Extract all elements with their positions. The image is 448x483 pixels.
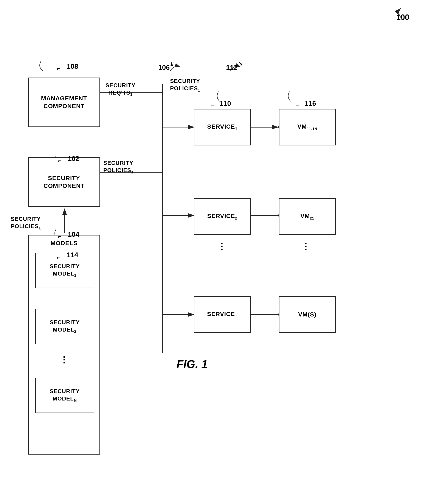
service-2-label: SERVICE2 [207,212,237,221]
service-t-label: SERVICET [207,310,238,319]
security-model-2-label: SECURITYMODEL2 [50,319,80,334]
ref-110: 110 [220,99,231,107]
service-1-label: SERVICE1 [207,123,237,131]
ref-104: 104 [68,230,79,238]
ref-112: 112 [226,64,238,72]
vm-11n-label: VM11-1N [297,123,317,131]
security-policies-mid-label: SECURITYPOLICIES1 [103,159,134,175]
security-model-n-box: SECURITYMODELN [35,378,94,413]
security-component-label: SECURITYCOMPONENT [43,174,85,190]
security-reqs-label: SECURITYREQ'TS1 [105,82,136,97]
figure-label: FIG. 1 [176,358,208,370]
service-1-box: SERVICE1 [194,109,251,145]
vm-s-label: VM(S) [298,311,316,319]
management-component-label: MANAGEMENTCOMPONENT [41,95,87,110]
vm-21-box: VM21 [279,198,336,235]
security-component-box: SECURITYCOMPONENT [28,157,100,207]
ref-102: 102 [68,155,79,163]
ref-114: 114 [67,251,78,259]
vm-21-label: VM21 [301,212,314,221]
security-model-2-box: SECURITYMODEL2 [35,309,94,344]
vm-s-box: VM(S) [279,296,336,333]
security-model-1-box: SECURITYMODEL1 [35,253,94,288]
service-t-box: SERVICET [194,296,251,333]
security-policies-top-label: SECURITYPOLICIES1 [170,78,200,93]
ref-108: 108 [67,63,78,70]
diagram: 100 [0,0,448,483]
models-label: MODELS [51,239,78,247]
ref-116: 116 [305,99,316,107]
security-model-1-label: SECURITYMODEL1 [50,263,80,278]
security-model-n-label: SECURITYMODELN [50,388,80,403]
management-component-box: MANAGEMENTCOMPONENT [28,78,100,127]
service-2-box: SERVICE2 [194,198,251,235]
models-box: MODELS SECURITYMODEL1 SECURITYMODEL2 ⋮ S… [28,235,100,455]
security-policies-bot-label: SECURITYPOLICIES1 [11,215,41,231]
ref-100: 100 [396,13,409,22]
vm-11n-box: VM11-1N [279,109,336,145]
